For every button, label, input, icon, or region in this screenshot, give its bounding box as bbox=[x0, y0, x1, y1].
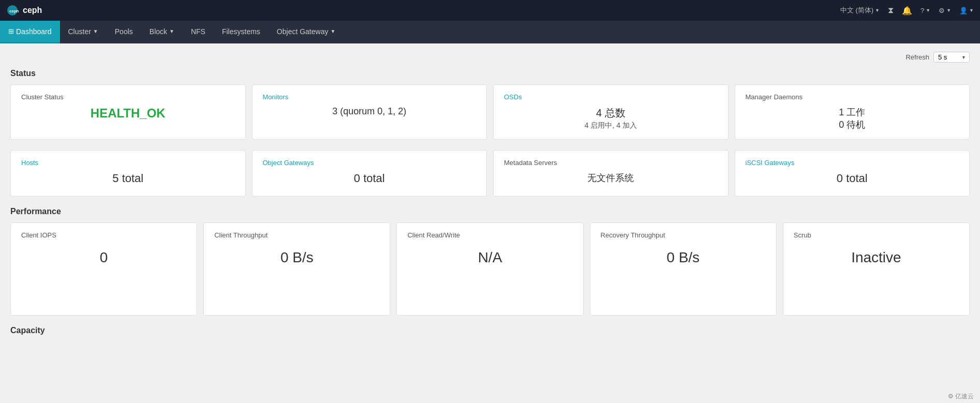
capacity-section-title: Capacity bbox=[10, 326, 970, 335]
cluster-status-card: Cluster Status HEALTH_OK bbox=[10, 84, 246, 140]
manager-daemons-card: Manager Daemons 1 工作 0 待机 bbox=[735, 84, 970, 140]
user-caret-icon: ▼ bbox=[969, 8, 974, 13]
osds-line2: 4 启用中, 4 加入 bbox=[504, 121, 718, 130]
client-throughput-card: Client Throughput 0 B/s bbox=[203, 222, 390, 316]
nav-item-pools[interactable]: Pools bbox=[107, 21, 141, 43]
client-read-write-value: N/A bbox=[407, 249, 572, 266]
client-throughput-title: Client Throughput bbox=[214, 231, 379, 239]
refresh-label: Refresh bbox=[905, 53, 929, 61]
refresh-bar: Refresh 1 s 2 s 5 s 10 s 30 s 60 s bbox=[10, 52, 970, 63]
manager-line1: 1 工作 bbox=[746, 106, 959, 118]
monitors-value: 3 (quorum 0, 1, 2) bbox=[263, 106, 477, 117]
scrub-card: Scrub Inactive bbox=[783, 222, 970, 316]
language-caret-icon: ▼ bbox=[875, 8, 880, 13]
scrub-title: Scrub bbox=[794, 231, 959, 239]
status-section-title: Status bbox=[10, 69, 970, 78]
brand: ceph ceph bbox=[6, 4, 42, 17]
block-caret-icon: ▼ bbox=[169, 28, 174, 34]
cluster-status-value: HEALTH_OK bbox=[21, 106, 235, 121]
status-grid-row1: Cluster Status HEALTH_OK Monitors 3 (quo… bbox=[10, 84, 970, 140]
svg-text:ceph: ceph bbox=[9, 9, 19, 13]
osds-value-multi: 4 总数 4 启用中, 4 加入 bbox=[504, 106, 718, 130]
recovery-throughput-title: Recovery Throughput bbox=[601, 231, 766, 239]
help-caret-icon: ▼ bbox=[926, 8, 930, 13]
client-throughput-value: 0 B/s bbox=[214, 249, 379, 266]
language-label: 中文 (简体) bbox=[840, 6, 873, 15]
ceph-logo-icon: ceph bbox=[6, 4, 19, 17]
hosts-title[interactable]: Hosts bbox=[21, 159, 235, 167]
monitors-title[interactable]: Monitors bbox=[263, 93, 477, 101]
manager-values: 1 工作 0 待机 bbox=[746, 106, 959, 131]
status-grid-row2: Hosts 5 total Object Gateways 0 total Me… bbox=[10, 150, 970, 197]
nav-label-filesystems: Filesystems bbox=[222, 27, 260, 36]
metadata-servers-value: 无文件系统 bbox=[504, 172, 718, 184]
osds-card: OSDs 4 总数 4 启用中, 4 加入 bbox=[493, 84, 729, 140]
brand-name: ceph bbox=[23, 6, 42, 15]
help-icon: ? bbox=[920, 7, 924, 14]
nav-item-filesystems[interactable]: Filesystems bbox=[214, 21, 269, 43]
settings-button[interactable]: ⚙ ▼ bbox=[939, 7, 951, 14]
client-iops-value: 0 bbox=[21, 249, 186, 266]
settings-icon: ⚙ bbox=[939, 7, 945, 14]
hosts-value: 5 total bbox=[21, 172, 235, 185]
nav-label-block: Block bbox=[150, 27, 167, 36]
nav-label-cluster: Cluster bbox=[68, 27, 91, 36]
nav-label-dashboard: Dashboard bbox=[16, 27, 52, 36]
nav-item-nfs[interactable]: NFS bbox=[183, 21, 214, 43]
nav-item-cluster[interactable]: Cluster ▼ bbox=[60, 21, 107, 43]
navbar: ⊞ Dashboard Cluster ▼ Pools Block ▼ NFS … bbox=[0, 21, 980, 43]
topbar: ceph ceph 中文 (简体) ▼ ⧗ 🔔 ? ▼ ⚙ ▼ 👤 ▼ bbox=[0, 0, 980, 21]
user-icon: 👤 bbox=[959, 7, 968, 14]
metadata-servers-card: Metadata Servers 无文件系统 bbox=[493, 150, 729, 197]
help-button[interactable]: ? ▼ bbox=[920, 7, 930, 14]
cluster-status-title: Cluster Status bbox=[21, 93, 235, 101]
client-read-write-card: Client Read/Write N/A bbox=[396, 222, 583, 316]
topbar-right: 中文 (简体) ▼ ⧗ 🔔 ? ▼ ⚙ ▼ 👤 ▼ bbox=[840, 6, 974, 16]
monitors-card: Monitors 3 (quorum 0, 1, 2) bbox=[252, 84, 487, 140]
object-gateways-card: Object Gateways 0 total bbox=[252, 150, 487, 197]
client-iops-title: Client IOPS bbox=[21, 231, 186, 239]
scrub-value: Inactive bbox=[794, 249, 959, 266]
osds-line1: 4 总数 bbox=[504, 106, 718, 120]
task-icon[interactable]: ⧗ bbox=[888, 6, 894, 15]
hosts-card: Hosts 5 total bbox=[10, 150, 246, 197]
iscsi-gateways-card: iSCSI Gateways 0 total bbox=[735, 150, 970, 197]
notification-icon[interactable]: 🔔 bbox=[902, 6, 912, 16]
refresh-select[interactable]: 1 s 2 s 5 s 10 s 30 s 60 s bbox=[933, 52, 970, 63]
manager-daemons-title: Manager Daemons bbox=[746, 93, 959, 101]
performance-grid: Client IOPS 0 Client Throughput 0 B/s Cl… bbox=[10, 222, 970, 316]
object-gateways-value: 0 total bbox=[263, 172, 477, 185]
nav-label-nfs: NFS bbox=[191, 27, 205, 36]
nav-label-object-gateway: Object Gateway bbox=[277, 27, 329, 36]
main-content: Refresh 1 s 2 s 5 s 10 s 30 s 60 s Statu… bbox=[0, 43, 980, 344]
nav-item-dashboard[interactable]: ⊞ Dashboard bbox=[0, 21, 60, 43]
object-gateway-caret-icon: ▼ bbox=[330, 28, 335, 34]
refresh-select-wrap: 1 s 2 s 5 s 10 s 30 s 60 s bbox=[933, 52, 970, 63]
nav-item-object-gateway[interactable]: Object Gateway ▼ bbox=[269, 21, 344, 43]
iscsi-gateways-value: 0 total bbox=[746, 172, 959, 185]
nav-label-pools: Pools bbox=[115, 27, 133, 36]
performance-section-title: Performance bbox=[10, 207, 970, 216]
dashboard-icon: ⊞ bbox=[8, 27, 14, 35]
client-iops-card: Client IOPS 0 bbox=[10, 222, 197, 316]
user-button[interactable]: 👤 ▼ bbox=[959, 7, 974, 14]
recovery-throughput-value: 0 B/s bbox=[601, 249, 766, 266]
settings-caret-icon: ▼ bbox=[946, 8, 951, 13]
nav-item-block[interactable]: Block ▼ bbox=[141, 21, 183, 43]
manager-line2: 0 待机 bbox=[746, 118, 959, 131]
metadata-servers-title: Metadata Servers bbox=[504, 159, 718, 167]
language-selector[interactable]: 中文 (简体) ▼ bbox=[840, 6, 880, 15]
client-read-write-title: Client Read/Write bbox=[407, 231, 572, 239]
object-gateways-title[interactable]: Object Gateways bbox=[263, 159, 477, 167]
osds-title[interactable]: OSDs bbox=[504, 93, 718, 101]
recovery-throughput-card: Recovery Throughput 0 B/s bbox=[590, 222, 777, 316]
cluster-caret-icon: ▼ bbox=[93, 28, 98, 34]
iscsi-gateways-title[interactable]: iSCSI Gateways bbox=[746, 159, 959, 167]
